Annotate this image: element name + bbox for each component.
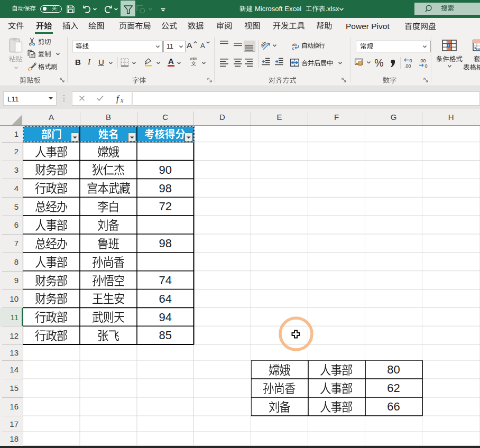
svg-text:c: c	[292, 46, 294, 50]
svg-text:0: 0	[425, 63, 428, 68]
svg-text:.00: .00	[404, 63, 411, 68]
svg-text:.00: .00	[419, 58, 426, 63]
svg-text:ab: ab	[261, 41, 267, 49]
svg-text:0: 0	[410, 58, 412, 63]
